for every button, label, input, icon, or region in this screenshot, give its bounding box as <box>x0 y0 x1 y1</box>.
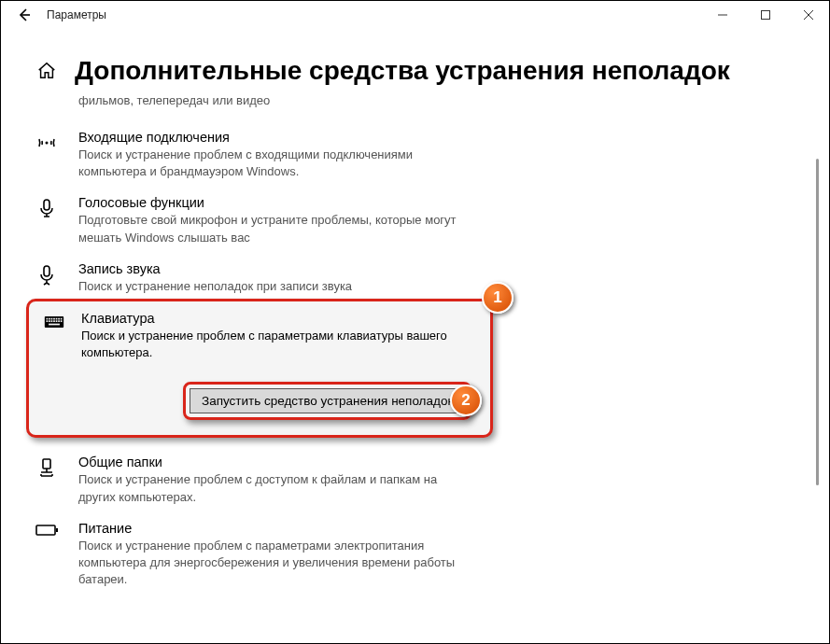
svg-rect-9 <box>56 318 58 320</box>
microphone-icon <box>35 195 62 219</box>
item-video-desc-partial: фильмов, телепередач или видео <box>78 93 471 107</box>
svg-rect-13 <box>49 320 50 322</box>
item-desc: Поиск и устранение проблем с доступом к … <box>78 471 471 505</box>
item-desc: Поиск и устранение проблем с входящими п… <box>78 147 471 180</box>
run-troubleshooter-button[interactable]: Запустить средство устранения неполадок <box>190 388 465 413</box>
svg-rect-7 <box>51 318 53 320</box>
item-desc: Подготовьте свой микрофон и устраните пр… <box>78 212 471 245</box>
troubleshoot-item-speech[interactable]: Голосовые функции Подготовьте свой микро… <box>35 189 792 255</box>
item-title: Голосовые функции <box>78 195 792 210</box>
troubleshoot-item-incoming[interactable]: Входящие подключения Поиск и устранение … <box>35 124 792 189</box>
back-button[interactable] <box>9 0 39 30</box>
svg-rect-15 <box>53 320 55 322</box>
troubleshoot-item-power[interactable]: Питание Поиск и устранение проблем с пар… <box>35 515 792 598</box>
scrollbar[interactable] <box>816 159 819 485</box>
svg-rect-21 <box>36 525 55 535</box>
battery-icon <box>35 521 62 538</box>
item-desc: Поиск и устранение проблем с параметрами… <box>78 538 471 589</box>
svg-rect-22 <box>56 528 58 532</box>
svg-rect-12 <box>47 320 49 322</box>
window-title: Параметры <box>47 8 106 21</box>
item-desc: Поиск и устранение проблем с параметрами… <box>81 328 473 361</box>
svg-rect-8 <box>53 318 55 320</box>
annotation-frame-2: Запустить средство устранения неполадок <box>183 382 471 420</box>
minimize-button[interactable] <box>701 0 744 30</box>
annotation-2: 2 <box>450 385 482 416</box>
maximize-button[interactable] <box>744 0 787 30</box>
item-title: Общие папки <box>78 455 792 469</box>
svg-rect-11 <box>61 318 63 320</box>
item-title: Входящие подключения <box>78 130 792 145</box>
wifi-icon <box>35 130 62 154</box>
svg-rect-0 <box>762 11 770 20</box>
troubleshoot-item-shared-folders[interactable]: Общие папки Поиск и устранение проблем с… <box>35 449 792 514</box>
item-title: Запись звука <box>78 261 792 276</box>
svg-rect-17 <box>58 320 60 322</box>
close-button[interactable] <box>787 0 830 30</box>
svg-rect-20 <box>43 459 50 469</box>
svg-rect-6 <box>49 318 50 320</box>
svg-rect-2 <box>44 200 49 210</box>
item-title: Клавиатура <box>81 311 481 326</box>
svg-rect-16 <box>56 320 58 322</box>
svg-rect-5 <box>47 318 49 320</box>
troubleshoot-item-keyboard[interactable]: Клавиатура Поиск и устранение проблем с … <box>26 299 493 438</box>
svg-rect-18 <box>61 320 63 322</box>
page-title: Дополнительные средства устранения непол… <box>75 56 730 86</box>
keyboard-icon <box>38 311 64 331</box>
item-desc: Поиск и устранение неполадок при записи … <box>78 278 471 295</box>
microphone-down-icon <box>35 261 62 286</box>
network-computer-icon <box>35 455 62 479</box>
svg-rect-10 <box>58 318 60 320</box>
item-title: Питание <box>78 521 792 536</box>
annotation-1: 1 <box>482 282 513 314</box>
svg-rect-14 <box>51 320 53 322</box>
home-button[interactable] <box>35 60 58 82</box>
svg-rect-3 <box>44 266 49 276</box>
svg-rect-19 <box>49 324 60 326</box>
troubleshoot-item-recording[interactable]: Запись звука Поиск и устранение неполадо… <box>35 256 792 299</box>
svg-point-1 <box>46 142 49 145</box>
